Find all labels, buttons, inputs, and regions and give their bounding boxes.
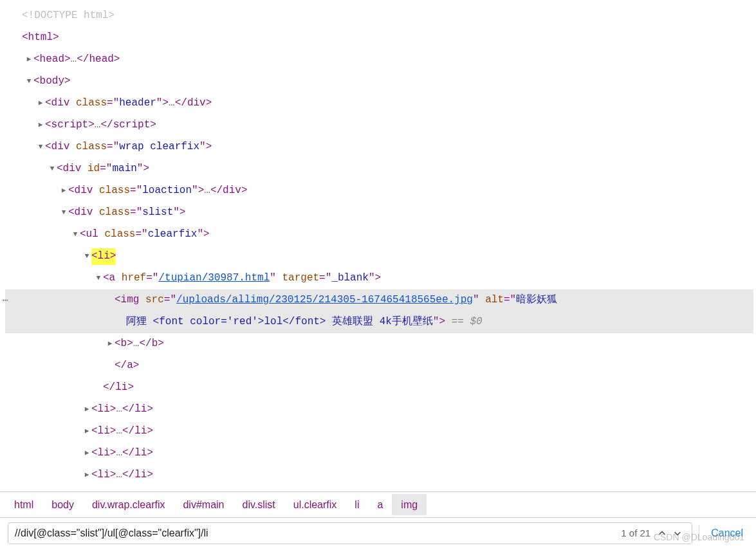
div-slist-line[interactable]: <div class="slist"> <box>5 202 753 224</box>
img-line-selected[interactable]: ⋯ <img src="/uploads/allimg/230125/21430… <box>5 289 753 311</box>
ellipsis[interactable]: … <box>116 445 122 462</box>
crumb-img[interactable]: img <box>392 494 427 516</box>
li-open-line[interactable]: <li> <box>5 246 753 268</box>
expand-arrow-icon[interactable] <box>71 229 80 241</box>
attr-target: target <box>282 270 319 287</box>
html-open-line[interactable]: <html> <box>5 27 753 49</box>
ul-clearfix-line[interactable]: <ul class="clearfix"> <box>5 224 753 246</box>
attr-src: src <box>145 292 164 309</box>
search-prev-button[interactable] <box>654 526 670 541</box>
expand-arrow-icon[interactable] <box>94 273 103 284</box>
ellipsis[interactable]: … <box>204 183 210 199</box>
expand-arrow-icon[interactable] <box>59 185 68 197</box>
li-item[interactable]: <li>…</li> <box>5 443 753 464</box>
ellipsis[interactable]: … <box>169 95 175 112</box>
expand-arrow-icon[interactable] <box>82 470 91 481</box>
more-actions-icon[interactable]: ⋯ <box>3 293 8 307</box>
crumb-div-slist[interactable]: div.slist <box>233 494 284 516</box>
expand-arrow-icon[interactable] <box>24 76 33 87</box>
attr-id: id <box>88 161 100 178</box>
attr-class: class <box>76 95 107 112</box>
attr-alt: alt <box>485 292 504 309</box>
search-result-count: 1 of 21 <box>621 526 654 541</box>
expand-arrow-icon[interactable] <box>36 142 45 153</box>
src-link[interactable]: /uploads/allimg/230125/214305-1674654185… <box>176 292 473 309</box>
expand-arrow-icon[interactable] <box>36 98 45 109</box>
expand-arrow-icon[interactable] <box>48 163 57 175</box>
tag-b-open: <b> <box>115 336 133 353</box>
attr-val-loaction: loaction <box>142 183 192 199</box>
tag-a-close: </a> <box>115 358 139 374</box>
tag-b-close: </b> <box>139 336 163 353</box>
ellipsis[interactable]: … <box>116 467 122 484</box>
doctype-text: <!DOCTYPE html> <box>22 8 115 24</box>
a-close-line[interactable]: </a> <box>5 355 753 377</box>
body-line[interactable]: <body> <box>5 71 753 93</box>
divider <box>699 525 699 542</box>
ellipsis[interactable]: … <box>95 117 101 134</box>
tag-a-open: <a <box>103 270 115 287</box>
div-wrap-line[interactable]: <div class="wrap clearfix"> <box>5 136 753 158</box>
cancel-button[interactable]: Cancel <box>706 525 748 542</box>
crumb-div-main[interactable]: div#main <box>174 494 233 516</box>
attr-href: href <box>122 270 146 287</box>
attr-class: class <box>76 139 107 156</box>
tag-head-open: <head> <box>33 51 71 68</box>
crumb-ul-clearfix[interactable]: ul.clearfix <box>284 494 346 516</box>
tag-head-close: </head> <box>77 51 120 68</box>
crumb-div-wrap[interactable]: div.wrap.clearfix <box>83 494 174 516</box>
crumb-a[interactable]: a <box>368 494 392 516</box>
div-main-line[interactable]: <div id="main"> <box>5 158 753 180</box>
tag-li-highlighted: <li> <box>91 248 116 265</box>
dom-tree[interactable]: <!DOCTYPE html> <html> <head>…</head> <b… <box>0 0 756 491</box>
expand-arrow-icon[interactable] <box>36 120 45 131</box>
tag-div-open: <div <box>68 205 93 221</box>
attr-val-main: main <box>112 161 136 178</box>
expand-arrow-icon[interactable] <box>82 404 91 416</box>
tag-div-open: <div <box>45 139 69 156</box>
crumb-html[interactable]: html <box>5 494 42 516</box>
attr-class: class <box>99 183 130 199</box>
doctype-line[interactable]: <!DOCTYPE html> <box>5 5 753 27</box>
expand-arrow-icon[interactable] <box>106 338 115 350</box>
attr-val-alt2: 阿狸 <font color='red'>lol</font> 英雄联盟 4k手… <box>126 314 433 331</box>
tag-img-open: <img <box>115 292 139 309</box>
href-link[interactable]: /tupian/30987.html <box>158 270 270 287</box>
tag-div-close: </div> <box>175 95 212 112</box>
tag-body: <body> <box>33 73 71 90</box>
li-item[interactable]: <li>…</li> <box>5 421 753 443</box>
expand-arrow-icon[interactable] <box>24 54 33 66</box>
attr-class: class <box>99 205 130 221</box>
li-close-line[interactable]: </li> <box>5 377 753 399</box>
tag-script-open: <script> <box>45 117 95 134</box>
crumb-body[interactable]: body <box>42 494 83 516</box>
ellipsis[interactable]: … <box>116 401 122 418</box>
expand-arrow-icon[interactable] <box>82 251 91 262</box>
b-line[interactable]: <b>…</b> <box>5 333 753 355</box>
attr-val-blank: _blank <box>331 270 369 287</box>
div-loaction-line[interactable]: <div class="loaction">…</div> <box>5 180 753 202</box>
li-item[interactable]: <li>…</li> <box>5 464 753 486</box>
chevron-up-icon <box>658 529 667 538</box>
attr-val-wrap: wrap clearfix <box>119 139 199 156</box>
expand-arrow-icon[interactable] <box>82 448 91 459</box>
expand-arrow-icon[interactable] <box>59 207 68 219</box>
script-line[interactable]: <script>…</script> <box>5 115 753 136</box>
a-line[interactable]: <a href="/tupian/30987.html" target="_bl… <box>5 268 753 289</box>
li-item[interactable]: <li>…</li> <box>5 399 753 421</box>
eq0-marker: == $0 <box>452 314 483 331</box>
ellipsis[interactable]: … <box>133 336 140 353</box>
tag-li-close: </li> <box>103 380 134 396</box>
tag-div-open: <div <box>68 183 93 199</box>
ellipsis[interactable]: … <box>71 51 77 68</box>
img-line-wrap[interactable]: 阿狸 <font color='red'>lol</font> 英雄联盟 4k手… <box>5 311 753 333</box>
ellipsis[interactable]: … <box>116 423 122 440</box>
breadcrumb: html body div.wrap.clearfix div#main div… <box>0 491 756 517</box>
search-input[interactable] <box>15 527 621 539</box>
search-next-button[interactable] <box>670 526 685 541</box>
expand-arrow-icon[interactable] <box>82 426 91 437</box>
head-line[interactable]: <head>…</head> <box>5 49 753 71</box>
crumb-li[interactable]: li <box>346 494 368 516</box>
attr-val-alt1: 暗影妖狐 <box>516 292 557 309</box>
div-header-line[interactable]: <div class="header">…</div> <box>5 93 753 115</box>
